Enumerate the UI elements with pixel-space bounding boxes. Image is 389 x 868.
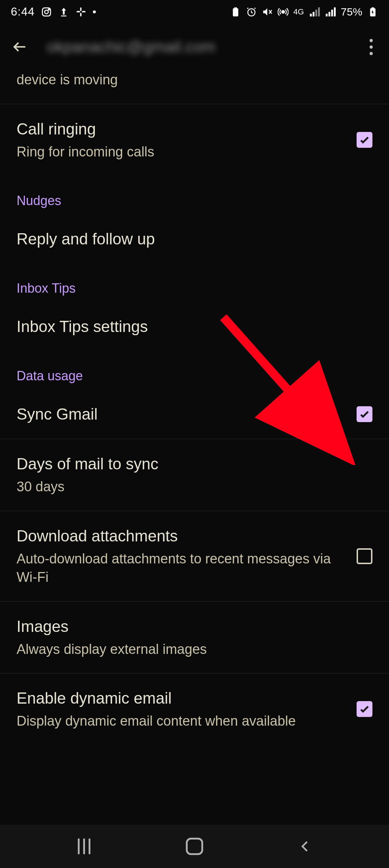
row-days-sync[interactable]: Days of mail to sync 30 days xyxy=(0,439,389,510)
app-bar: okpanachic@gmail.com xyxy=(0,23,389,70)
home-button[interactable] xyxy=(184,836,205,857)
section-inbox-tips: Inbox Tips xyxy=(0,264,389,302)
status-time: 6:44 xyxy=(11,5,35,18)
instagram-icon xyxy=(41,6,52,17)
alarm-icon xyxy=(246,6,257,17)
battery-saver-icon xyxy=(230,6,241,17)
battery-percent: 75% xyxy=(341,6,362,18)
svg-rect-9 xyxy=(234,7,237,9)
svg-point-1 xyxy=(45,10,48,14)
row-sync-gmail[interactable]: Sync Gmail xyxy=(0,389,389,439)
dynamic-email-title: Enable dynamic email xyxy=(17,688,349,708)
check-icon xyxy=(358,408,371,420)
chevron-left-icon xyxy=(297,838,313,854)
svg-rect-13 xyxy=(371,7,374,9)
inbox-tips-settings-title: Inbox Tips settings xyxy=(17,316,372,337)
dynamic-email-checkbox[interactable] xyxy=(357,701,372,717)
section-data-usage: Data usage xyxy=(0,351,389,389)
row-reply-follow[interactable]: Reply and follow up xyxy=(0,214,389,264)
account-email-title: okpanachic@gmail.com xyxy=(47,38,346,56)
network-type: 4G xyxy=(294,8,304,16)
svg-rect-3 xyxy=(61,15,67,17)
download-attachments-title: Download attachments xyxy=(17,526,349,546)
section-nudges: Nudges xyxy=(0,176,389,214)
overflow-menu-button[interactable] xyxy=(364,36,378,58)
row-call-ringing[interactable]: Call ringing Ring for incoming calls xyxy=(0,104,389,176)
status-left: 6:44 xyxy=(11,5,96,18)
slack-icon xyxy=(76,6,86,17)
call-ringing-checkbox[interactable] xyxy=(357,132,372,148)
row-inbox-tips-settings[interactable]: Inbox Tips settings xyxy=(0,302,389,351)
call-ringing-subtitle: Ring for incoming calls xyxy=(17,143,349,161)
call-ringing-title: Call ringing xyxy=(17,119,349,139)
battery-icon xyxy=(367,6,378,17)
signal-icon-2 xyxy=(325,6,336,17)
dynamic-email-subtitle: Display dynamic email content when avail… xyxy=(17,712,349,730)
row-images[interactable]: Images Always display external images xyxy=(0,602,389,673)
mute-icon xyxy=(262,6,273,17)
check-icon xyxy=(358,134,371,146)
svg-point-2 xyxy=(49,9,50,10)
check-icon xyxy=(358,703,371,715)
row-dynamic-email[interactable]: Enable dynamic email Display dynamic ema… xyxy=(0,673,389,745)
images-subtitle: Always display external images xyxy=(17,640,372,659)
days-sync-subtitle: 30 days xyxy=(17,478,372,496)
download-attachments-checkbox[interactable] xyxy=(357,548,372,564)
hotspot-icon xyxy=(278,6,289,17)
row-download-attachments[interactable]: Download attachments Auto-download attac… xyxy=(0,511,389,601)
recents-button[interactable] xyxy=(73,836,95,857)
settings-content: device is moving Call ringing Ring for i… xyxy=(0,70,389,745)
reply-follow-title: Reply and follow up xyxy=(17,229,372,249)
dot-icon xyxy=(93,10,96,13)
recents-icon xyxy=(78,838,90,854)
back-nav-button[interactable] xyxy=(294,836,316,857)
download-attachments-subtitle: Auto-download attachments to recent mess… xyxy=(17,550,349,587)
images-title: Images xyxy=(17,616,372,637)
svg-point-11 xyxy=(282,10,285,13)
signal-icon-1 xyxy=(309,6,320,17)
partial-row-subtitle: device is moving xyxy=(0,70,389,104)
svg-rect-7 xyxy=(82,11,86,12)
status-bar: 6:44 4G 75% xyxy=(0,0,389,23)
svg-rect-6 xyxy=(77,11,80,12)
sync-gmail-title: Sync Gmail xyxy=(17,404,349,424)
svg-rect-5 xyxy=(80,13,82,16)
status-right: 4G 75% xyxy=(230,6,378,18)
svg-rect-8 xyxy=(233,8,238,17)
sync-gmail-checkbox[interactable] xyxy=(357,406,372,422)
navigation-bar xyxy=(0,825,389,868)
arrow-left-icon xyxy=(12,39,28,55)
days-sync-title: Days of mail to sync xyxy=(17,453,372,474)
svg-rect-4 xyxy=(80,7,82,11)
upload-icon xyxy=(58,6,69,17)
back-button[interactable] xyxy=(11,38,29,56)
home-icon xyxy=(186,838,203,855)
